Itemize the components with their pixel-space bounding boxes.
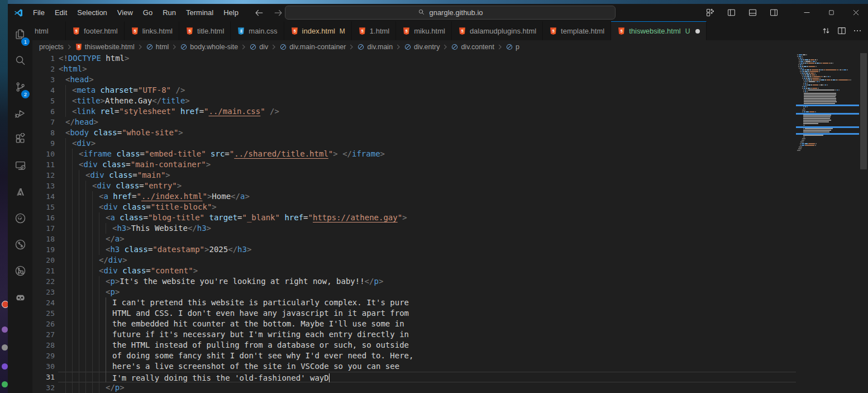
code-link[interactable]: ../main.css — [209, 107, 261, 116]
menu-view[interactable]: View — [112, 4, 138, 21]
breadcrumb-item-p[interactable]: p — [505, 43, 519, 51]
toggle-panel-button[interactable] — [745, 6, 760, 20]
code-line[interactable]: 16<a class="blog-title" target="_blank" … — [32, 212, 796, 223]
code-line[interactable]: 28the HTML instead of pulling from a dat… — [32, 340, 796, 351]
menu-selection[interactable]: Selection — [72, 4, 112, 21]
line-number[interactable]: 22 — [32, 276, 55, 287]
line-number[interactable]: 27 — [32, 329, 55, 340]
line-number[interactable]: 21 — [32, 266, 55, 276]
code-line[interactable]: 1<!DOCTYPE html> — [32, 53, 796, 64]
line-number[interactable]: 1 — [32, 53, 55, 64]
code-line[interactable]: 5<title>Athene.Gay</title> — [32, 96, 796, 106]
tab-footer-html[interactable]: 5footer.html — [66, 21, 125, 40]
more-actions-button[interactable] — [851, 25, 864, 37]
breadcrumb-item-body-whole-site[interactable]: body.whole-site — [180, 43, 238, 51]
tab-links-html[interactable]: 5links.html — [125, 21, 179, 40]
menu-terminal[interactable]: Terminal — [181, 4, 218, 21]
tab-index-html[interactable]: 5index.htmlM — [284, 21, 352, 40]
command-center-search[interactable]: gnargle.github.io — [285, 6, 616, 20]
code-line[interactable]: 24I can't pretend this website is partic… — [32, 297, 796, 308]
breadcrumb-item-div-main-container[interactable]: div.main-container — [279, 43, 346, 51]
code-line[interactable]: 21<div class="content"> — [32, 266, 796, 276]
menu-edit[interactable]: Edit — [50, 4, 72, 21]
close-button[interactable] — [843, 4, 868, 21]
line-number[interactable]: 8 — [32, 127, 55, 138]
code-line[interactable]: 26the embedded hit counter at the bottom… — [32, 319, 796, 329]
code-line[interactable]: 2<html> — [32, 64, 796, 74]
line-number[interactable]: 10 — [32, 149, 55, 159]
code-line[interactable]: 27future if it's necessary but I'm writi… — [32, 329, 796, 340]
vertical-scrollbar[interactable] — [859, 53, 868, 393]
code-link[interactable]: ../shared/title.html — [234, 149, 328, 158]
tab-title-html[interactable]: 5title.html — [179, 21, 231, 40]
tab-dalamudplugins-html[interactable]: 5dalamudplugins.html — [452, 21, 543, 40]
line-number[interactable]: 19 — [32, 244, 55, 255]
code-line[interactable]: 13<div class="entry"> — [32, 181, 796, 191]
code-line[interactable]: 11<div class="main-container"> — [32, 159, 796, 170]
menu-run[interactable]: Run — [158, 4, 181, 21]
code-line[interactable]: 25HTML and CSS. I don't even have any ja… — [32, 308, 796, 319]
activity-item-search[interactable] — [8, 49, 32, 75]
code-line[interactable]: 18</a> — [32, 234, 796, 244]
code-editor[interactable]: 1<!DOCTYPE html>2<html>3<head>4<meta cha… — [32, 53, 868, 393]
code-line[interactable]: 10<iframe class="embed-title" src="../sh… — [32, 149, 796, 159]
line-number[interactable]: 18 — [32, 234, 55, 244]
activity-item-azure[interactable] — [8, 180, 32, 206]
menu-file[interactable]: File — [28, 4, 50, 21]
tab-html[interactable]: html — [32, 21, 66, 40]
activity-item-godot-tools[interactable] — [8, 285, 32, 311]
scrollbar-thumb[interactable] — [860, 53, 867, 169]
line-number[interactable]: 11 — [32, 159, 55, 170]
code-line[interactable]: 32</p> — [32, 382, 796, 393]
line-number[interactable]: 17 — [32, 223, 55, 234]
back-button[interactable] — [254, 7, 265, 18]
toggle-primary-sidebar-button[interactable] — [724, 6, 738, 20]
breadcrumb-item-thiswebsite-html[interactable]: 5thiswebsite.html — [75, 43, 135, 51]
minimap[interactable] — [796, 53, 859, 393]
line-number[interactable]: 15 — [32, 202, 55, 212]
line-number[interactable]: 3 — [32, 74, 55, 85]
line-number[interactable]: 4 — [32, 85, 55, 96]
menu-help[interactable]: Help — [218, 4, 244, 21]
code-line[interactable]: 7</head> — [32, 117, 796, 127]
activity-item-explorer[interactable]: 1 — [8, 22, 32, 49]
code-line[interactable]: 20</div> — [32, 255, 796, 266]
code-line[interactable]: 8<body class="whole-site"> — [32, 127, 796, 138]
breadcrumb-item-div-main[interactable]: div.main — [357, 43, 393, 51]
tab-1-html[interactable]: 51.html — [352, 21, 396, 40]
split-editor-button[interactable] — [836, 25, 848, 37]
tab-main-css[interactable]: 3main.css — [231, 21, 284, 40]
activity-item-remote-explorer[interactable] — [8, 154, 32, 180]
open-changes-button[interactable] — [820, 25, 832, 37]
code-line[interactable]: 23<p> — [32, 287, 796, 297]
minimize-button[interactable] — [794, 4, 819, 21]
code-line[interactable]: 15<div class="title-block"> — [32, 202, 796, 212]
code-line[interactable]: 17<h3>This Website</h3> — [32, 223, 796, 234]
code-line[interactable]: 14<a href="../index.html">Home</a> — [32, 191, 796, 202]
line-number[interactable]: 6 — [32, 106, 55, 117]
toggle-secondary-sidebar-button[interactable] — [766, 6, 781, 20]
activity-item-run-and-debug[interactable] — [8, 101, 32, 127]
code-link[interactable]: ../index.html — [141, 192, 203, 201]
maximize-button[interactable] — [819, 4, 843, 21]
line-number[interactable]: 23 — [32, 287, 55, 297]
breadcrumb-item-div-content[interactable]: div.content — [451, 43, 494, 51]
tab-miku-html[interactable]: 5miku.html — [396, 21, 452, 40]
code-line[interactable]: 19<h3 class="datestamp">2025</h3> — [32, 244, 796, 255]
customize-layout-button[interactable] — [703, 6, 717, 20]
line-number[interactable]: 14 — [32, 191, 55, 202]
line-number[interactable]: 29 — [32, 351, 55, 361]
code-line[interactable]: 12<div class="main"> — [32, 170, 796, 181]
line-number[interactable]: 2 — [32, 64, 55, 74]
breadcrumb-item-html[interactable]: html — [146, 43, 169, 51]
unsaved-dot-icon[interactable] — [695, 29, 700, 34]
line-number[interactable]: 12 — [32, 170, 55, 181]
line-number[interactable]: 32 — [32, 382, 55, 393]
code-line[interactable]: 6<link rel="stylesheet" href="../main.cs… — [32, 106, 796, 117]
code-line[interactable]: 22<p>It's the website you're looking at … — [32, 276, 796, 287]
code-line[interactable]: 31I'm really doing this the 'old-fashion… — [32, 372, 796, 382]
line-number[interactable]: 28 — [32, 340, 55, 351]
line-number[interactable]: 30 — [32, 361, 55, 372]
breadcrumb-item-projects[interactable]: projects — [39, 43, 64, 51]
tab-template-html[interactable]: 5template.html — [543, 21, 611, 40]
